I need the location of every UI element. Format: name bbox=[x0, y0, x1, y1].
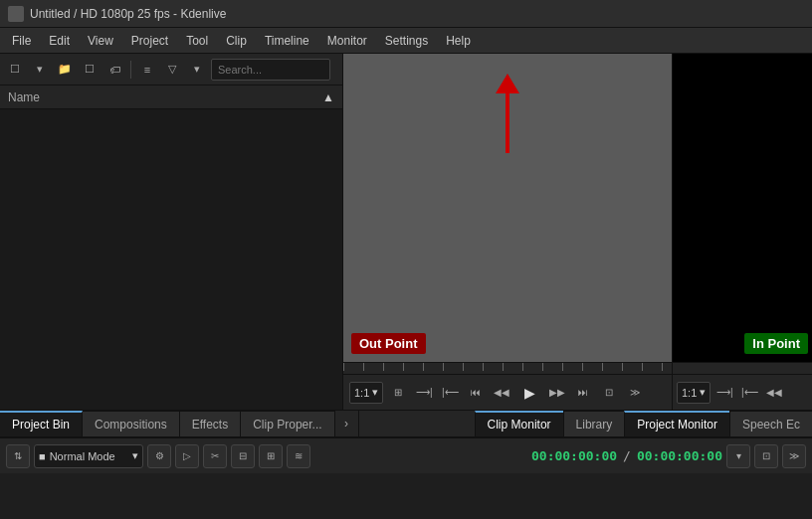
tab-effects-label: Effects bbox=[192, 418, 228, 432]
tab-clip-properties-label: Clip Proper... bbox=[253, 418, 321, 432]
filter-button[interactable]: ▽ bbox=[161, 59, 183, 81]
slip-button[interactable]: ⊟ bbox=[231, 444, 255, 468]
window-title: Untitled / HD 1080p 25 fps - Kdenlive bbox=[30, 7, 226, 21]
zoom-value: 1:1 bbox=[354, 387, 369, 399]
cut-button[interactable]: ✂ bbox=[203, 444, 227, 468]
menu-clip[interactable]: Clip bbox=[218, 31, 255, 51]
timecode-current: 00:00:00:00 bbox=[531, 448, 617, 463]
time-dropdown-button[interactable]: ▾ bbox=[726, 444, 750, 468]
separator bbox=[130, 61, 131, 79]
timeline-ruler bbox=[343, 362, 672, 374]
project-monitor-area: In Point bbox=[673, 54, 812, 362]
project-zoom-icon: ▾ bbox=[700, 386, 706, 399]
list-view-button[interactable]: ≡ bbox=[136, 59, 158, 81]
timecode-end: 00:00:00:00 bbox=[637, 448, 722, 463]
bottom-toolbar: ⇅ ■ Normal Mode ▾ ⚙ ▷ ✂ ⊟ ⊞ ≋ 00:00:00:0… bbox=[0, 437, 812, 473]
menu-tool[interactable]: Tool bbox=[178, 31, 216, 51]
project-ruler bbox=[673, 362, 812, 374]
proj-prev-button[interactable]: ◀◀ bbox=[763, 382, 785, 404]
tab-clip-properties[interactable]: Clip Proper... bbox=[241, 411, 334, 436]
set-in-button[interactable]: ⟶| bbox=[413, 382, 435, 404]
new-clip-button[interactable]: ☐ bbox=[4, 59, 26, 81]
tab-compositions[interactable]: Compositions bbox=[83, 411, 180, 436]
menu-view[interactable]: View bbox=[80, 31, 121, 51]
menu-bar: File Edit View Project Tool Clip Timelin… bbox=[0, 28, 812, 54]
audio-wave-button[interactable]: ≋ bbox=[287, 444, 310, 468]
right-panel: In Point 1:1 ▾ ⟶| |⟵ ◀◀ bbox=[673, 54, 812, 410]
tab-effects[interactable]: Effects bbox=[180, 411, 241, 436]
menu-timeline[interactable]: Timeline bbox=[257, 31, 317, 51]
tab-speech-ec-label: Speech Ec bbox=[742, 418, 800, 432]
set-out-button[interactable]: |⟵ bbox=[439, 382, 461, 404]
out-point-badge: Out Point bbox=[351, 333, 426, 354]
menu-help[interactable]: Help bbox=[438, 31, 479, 51]
proj-in-button[interactable]: ⟶| bbox=[713, 382, 735, 404]
forward-button[interactable]: ▶▶ bbox=[546, 382, 568, 404]
expand-button[interactable]: ⊡ bbox=[598, 382, 620, 404]
more-button[interactable]: ≫ bbox=[624, 382, 646, 404]
menu-file[interactable]: File bbox=[4, 31, 39, 51]
menu-project[interactable]: Project bbox=[123, 31, 176, 51]
project-zoom-selector[interactable]: 1:1 ▾ bbox=[677, 382, 710, 404]
dropdown-btn[interactable]: ▾ bbox=[29, 59, 51, 81]
zoom-dropdown-icon: ▾ bbox=[372, 386, 378, 399]
right-tab-bar: Clip Monitor Library Project Monitor Spe… bbox=[475, 409, 812, 436]
ruler-marks bbox=[343, 363, 672, 371]
tab-clip-monitor-label: Clip Monitor bbox=[488, 418, 551, 432]
proxy-button[interactable]: ☐ bbox=[79, 59, 101, 81]
left-header: Name ▲ bbox=[0, 86, 342, 109]
monitor-right-button[interactable]: ≫ bbox=[782, 444, 806, 468]
tab-library[interactable]: Library bbox=[563, 411, 625, 436]
collapse-icon: ▲ bbox=[322, 90, 334, 104]
filter-dropdown[interactable]: ▾ bbox=[186, 59, 208, 81]
zoom-selector[interactable]: 1:1 ▾ bbox=[349, 382, 383, 404]
menu-edit[interactable]: Edit bbox=[41, 31, 78, 51]
project-monitor-controls: 1:1 ▾ ⟶| |⟵ ◀◀ bbox=[673, 374, 812, 410]
name-column-header: Name bbox=[8, 90, 40, 104]
tabs-more-arrow[interactable]: › bbox=[335, 411, 359, 436]
play-cursor-button[interactable]: ▷ bbox=[175, 444, 199, 468]
proj-out-button[interactable]: |⟵ bbox=[738, 382, 760, 404]
tab-library-label: Library bbox=[576, 418, 613, 432]
tab-project-bin[interactable]: Project Bin bbox=[0, 411, 83, 436]
menu-monitor[interactable]: Monitor bbox=[319, 31, 375, 51]
project-bin-content bbox=[0, 109, 342, 410]
play-button[interactable]: ▶ bbox=[516, 380, 542, 406]
tab-speech-ec[interactable]: Speech Ec bbox=[729, 411, 812, 436]
next-frame-button[interactable]: ⏭ bbox=[572, 382, 594, 404]
clip-monitor-controls: 1:1 ▾ ⊞ ⟶| |⟵ ⏮ ◀◀ ▶ ▶▶ ⏭ ⊡ ≫ bbox=[343, 374, 672, 410]
arrow-shaft bbox=[506, 93, 509, 153]
main-content: ☐ ▾ 📁 ☐ 🏷 ≡ ▽ ▾ Name ▲ Out Point bbox=[0, 54, 812, 410]
left-panel: ☐ ▾ 📁 ☐ 🏷 ≡ ▽ ▾ Name ▲ bbox=[0, 54, 343, 410]
fullscreen-button[interactable]: ⊞ bbox=[387, 382, 409, 404]
tab-project-monitor[interactable]: Project Monitor bbox=[624, 411, 729, 436]
red-arrow bbox=[496, 74, 519, 153]
mode-dropdown-icon: ▾ bbox=[132, 449, 138, 462]
search-input[interactable] bbox=[211, 59, 330, 81]
rewind-button[interactable]: ◀◀ bbox=[491, 382, 512, 404]
project-zoom-value: 1:1 bbox=[682, 387, 697, 399]
tab-bar: Project Bin Compositions Effects Clip Pr… bbox=[0, 410, 812, 437]
tab-project-bin-label: Project Bin bbox=[12, 418, 70, 432]
monitor-left-button[interactable]: ⊡ bbox=[754, 444, 778, 468]
mode-label: Normal Mode bbox=[50, 450, 115, 462]
tab-compositions-label: Compositions bbox=[95, 418, 167, 432]
tab-clip-monitor[interactable]: Clip Monitor bbox=[475, 411, 563, 436]
in-point-badge: In Point bbox=[744, 333, 808, 354]
center-panel: Out Point 1:1 ▾ ⊞ ⟶| |⟵ ⏮ ◀◀ ▶ ▶▶ ⏭ ⊡ ≫ bbox=[343, 54, 673, 410]
add-folder-button[interactable]: 📁 bbox=[54, 59, 76, 81]
link-button[interactable]: ⊞ bbox=[259, 444, 283, 468]
edit-button[interactable]: ⚙ bbox=[147, 444, 171, 468]
adjust-button[interactable]: ⇅ bbox=[6, 444, 30, 468]
mode-icon: ■ bbox=[39, 450, 46, 462]
arrow-head bbox=[496, 74, 519, 93]
menu-settings[interactable]: Settings bbox=[377, 31, 436, 51]
app-icon bbox=[8, 6, 24, 22]
tab-project-monitor-label: Project Monitor bbox=[637, 418, 717, 432]
left-toolbar: ☐ ▾ 📁 ☐ 🏷 ≡ ▽ ▾ bbox=[0, 54, 342, 86]
mode-selector[interactable]: ■ Normal Mode ▾ bbox=[34, 444, 143, 468]
title-bar: Untitled / HD 1080p 25 fps - Kdenlive bbox=[0, 0, 812, 28]
time-separator: / bbox=[621, 448, 633, 463]
tag-button[interactable]: 🏷 bbox=[103, 59, 125, 81]
prev-frame-button[interactable]: ⏮ bbox=[465, 382, 487, 404]
